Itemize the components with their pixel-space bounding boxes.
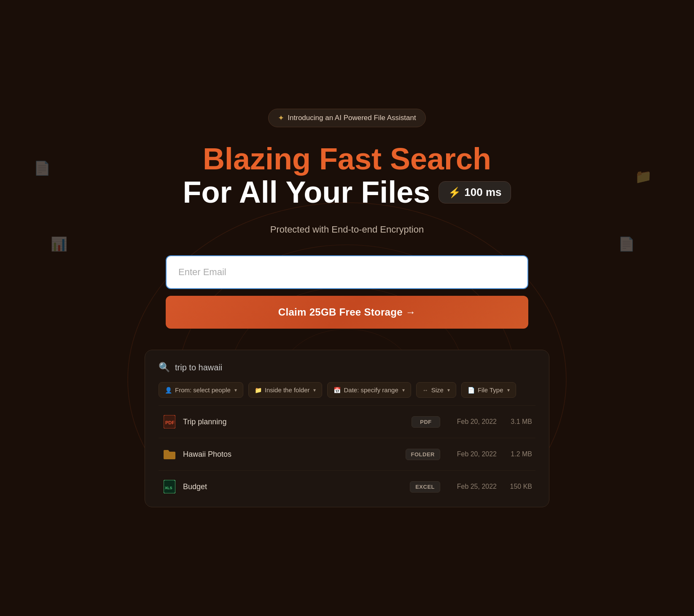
- svg-text:PDF: PDF: [165, 420, 175, 425]
- bg-file-icon-2: 📊: [51, 236, 67, 252]
- file-type-badge-1: FOLDER: [406, 449, 440, 460]
- filetype-icon: 📄: [468, 387, 475, 394]
- bg-file-icon-3: 📁: [635, 169, 652, 185]
- file-size-1: 1.2 MB: [503, 450, 532, 458]
- filter-date[interactable]: 📅 Date: specify range ▾: [327, 382, 411, 398]
- search-query: trip to hawaii: [175, 363, 222, 372]
- svg-text:XLS: XLS: [165, 486, 172, 490]
- file-type-badge-0: PDF: [412, 416, 440, 428]
- file-date-0: Feb 20, 2022: [446, 418, 497, 426]
- chevron-icon-date: ▾: [402, 387, 405, 393]
- file-name-1: Hawaii Photos: [183, 450, 400, 459]
- chevron-icon-folder: ▾: [313, 387, 316, 393]
- table-row: XLS Budget EXCEL Feb 25, 2022 150 KB: [159, 470, 535, 503]
- filter-row: 👤 From: select people ▾ 📁 Inside the fol…: [159, 382, 535, 398]
- email-input[interactable]: [166, 255, 528, 289]
- search-icon: 🔍: [159, 362, 170, 373]
- search-panel: 🔍 trip to hawaii 👤 From: select people ▾…: [145, 350, 549, 507]
- speed-label: 100 ms: [464, 186, 501, 199]
- bg-file-icon-1: 📄: [34, 160, 51, 176]
- main-container: ✦ Introducing an AI Powered File Assista…: [157, 109, 537, 507]
- filter-folder-label: Inside the folder: [265, 386, 310, 394]
- calendar-icon: 📅: [334, 387, 341, 394]
- pdf-icon: PDF: [162, 414, 177, 429]
- filter-date-label: Date: specify range: [344, 386, 398, 394]
- folder-icon: 📁: [255, 387, 262, 394]
- filter-from-label: From: select people: [175, 386, 231, 394]
- filter-from[interactable]: 👤 From: select people ▾: [159, 382, 243, 398]
- signup-form: Claim 25GB Free Storage →: [166, 255, 528, 329]
- file-date-2: Feb 25, 2022: [446, 483, 497, 490]
- search-bar: 🔍 trip to hawaii: [159, 362, 535, 373]
- file-list: PDF Trip planning PDF Feb 20, 2022 3.1 M…: [159, 405, 535, 503]
- table-row: PDF Trip planning PDF Feb 20, 2022 3.1 M…: [159, 405, 535, 438]
- table-row: Hawaii Photos FOLDER Feb 20, 2022 1.2 MB: [159, 438, 535, 470]
- person-icon: 👤: [165, 387, 172, 394]
- chevron-icon-filetype: ▾: [507, 387, 510, 393]
- file-date-1: Feb 20, 2022: [446, 450, 497, 458]
- filter-size-label: Size: [431, 386, 444, 394]
- badge-text: Introducing an AI Powered File Assistant: [288, 114, 416, 122]
- heading-row2: For All Your Files ⚡ 100 ms: [183, 176, 511, 209]
- hero-heading: Blazing Fast Search For All Your Files ⚡…: [183, 142, 511, 209]
- excel-icon: XLS: [162, 479, 177, 494]
- bg-file-icon-4: 📄: [618, 236, 635, 252]
- file-type-badge-2: EXCEL: [410, 481, 440, 493]
- filter-filetype-label: File Type: [478, 386, 503, 394]
- lightning-icon: ⚡: [448, 187, 461, 198]
- sparkle-icon: ✦: [278, 113, 284, 123]
- filter-filetype[interactable]: 📄 File Type ▾: [461, 382, 516, 398]
- heading-line2: For All Your Files: [183, 176, 430, 209]
- chevron-icon-from: ▾: [234, 387, 237, 393]
- size-icon: ↔: [422, 387, 428, 394]
- ai-badge: ✦ Introducing an AI Powered File Assista…: [268, 109, 425, 127]
- heading-line1: Blazing Fast Search: [183, 142, 511, 176]
- file-size-2: 150 KB: [503, 483, 532, 490]
- folder-icon-file: [162, 447, 177, 462]
- speed-badge: ⚡ 100 ms: [438, 181, 511, 204]
- hero-subtitle: Protected with End-to-end Encryption: [270, 224, 424, 235]
- filter-size[interactable]: ↔ Size ▾: [416, 382, 456, 398]
- file-name-2: Budget: [183, 482, 404, 491]
- file-size-0: 3.1 MB: [503, 418, 532, 426]
- cta-button[interactable]: Claim 25GB Free Storage →: [166, 296, 528, 329]
- filter-folder[interactable]: 📁 Inside the folder ▾: [248, 382, 323, 398]
- file-name-0: Trip planning: [183, 418, 406, 426]
- chevron-icon-size: ▾: [447, 387, 450, 393]
